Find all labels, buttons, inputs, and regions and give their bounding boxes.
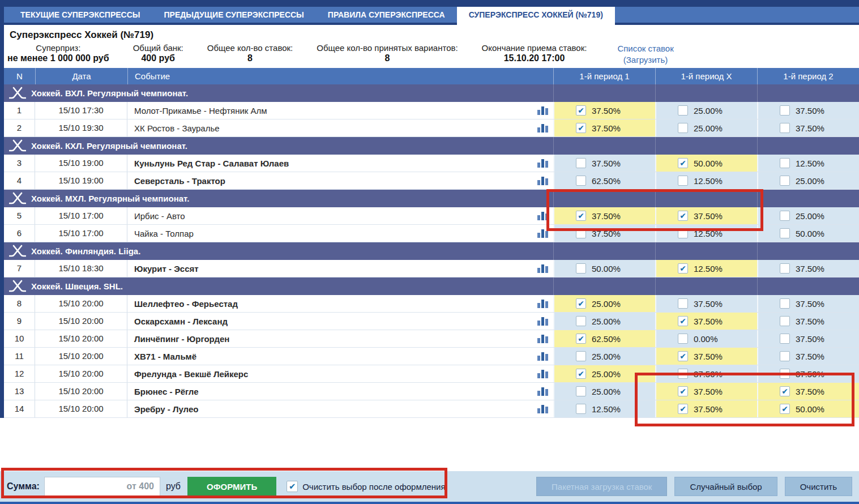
outcome-cell[interactable]: 50.00% [553, 260, 655, 277]
submit-bet-button[interactable]: ОФОРМИТЬ [187, 477, 276, 497]
outcome-cell[interactable]: ✔25.00% [553, 365, 655, 382]
outcome-cell[interactable]: 62.50% [553, 172, 655, 189]
stats-bar-chart-icon[interactable] [537, 334, 549, 343]
outcome-checkbox[interactable] [678, 334, 688, 344]
outcome-checkbox[interactable] [576, 228, 586, 238]
outcome-checkbox[interactable]: ✔ [576, 211, 586, 221]
outcome-cell[interactable]: 0.00% [655, 330, 757, 347]
outcome-cell[interactable]: 50.00% [757, 225, 859, 242]
outcome-checkbox[interactable] [678, 298, 688, 309]
outcome-checkbox[interactable]: ✔ [576, 369, 586, 379]
stats-bar-chart-icon[interactable] [537, 176, 549, 185]
outcome-cell[interactable]: ✔25.00% [553, 295, 655, 312]
outcome-cell[interactable]: ✔62.50% [553, 330, 655, 347]
stats-bar-chart-icon[interactable] [537, 369, 549, 378]
batch-load-bets-button[interactable]: Пакетная загрузка ставок [536, 477, 667, 496]
stats-bar-chart-icon[interactable] [537, 317, 549, 326]
outcome-checkbox[interactable] [780, 123, 790, 133]
outcome-checkbox[interactable] [780, 228, 790, 238]
outcome-cell[interactable]: 37.50% [757, 260, 859, 277]
stats-bar-chart-icon[interactable] [537, 352, 549, 361]
outcome-cell[interactable]: 37.50% [553, 225, 655, 242]
outcome-cell[interactable]: ✔37.50% [553, 207, 655, 224]
outcome-cell[interactable]: ✔37.50% [655, 207, 757, 224]
outcome-cell[interactable]: 12.50% [757, 155, 859, 172]
clear-after-checkbox[interactable]: ✔ [287, 481, 298, 492]
outcome-checkbox[interactable]: ✔ [678, 404, 688, 414]
outcome-cell[interactable]: ✔37.50% [655, 383, 757, 400]
outcome-cell[interactable]: ✔50.00% [757, 400, 859, 417]
outcome-checkbox[interactable] [678, 123, 688, 133]
outcome-cell[interactable]: 25.00% [757, 207, 859, 224]
outcome-cell[interactable]: 37.50% [757, 295, 859, 312]
outcome-checkbox[interactable] [678, 369, 688, 379]
outcome-checkbox[interactable]: ✔ [780, 404, 790, 414]
tab-superexpress-hockey-719[interactable]: СУПЕРЭКСПРЕСС ХОККЕЙ (№719) [457, 7, 615, 25]
outcome-checkbox[interactable] [678, 228, 688, 238]
clear-button[interactable]: Очистить [785, 477, 852, 496]
outcome-cell[interactable]: ✔37.50% [655, 348, 757, 365]
bets-list-link-text[interactable]: Список ставок [617, 43, 673, 54]
stats-bar-chart-icon[interactable] [537, 229, 549, 238]
outcome-checkbox[interactable] [780, 298, 790, 309]
outcome-cell[interactable]: 37.50% [757, 119, 859, 136]
outcome-cell[interactable]: 37.50% [655, 295, 757, 312]
bets-list-download-text[interactable]: (Загрузить) [617, 54, 673, 66]
outcome-cell[interactable]: 37.50% [553, 155, 655, 172]
outcome-checkbox[interactable]: ✔ [678, 316, 688, 326]
outcome-checkbox[interactable] [780, 263, 790, 274]
outcome-checkbox[interactable]: ✔ [576, 105, 586, 116]
outcome-checkbox[interactable] [678, 105, 688, 116]
outcome-checkbox[interactable]: ✔ [678, 211, 688, 221]
outcome-cell[interactable]: 37.50% [757, 330, 859, 347]
outcome-checkbox[interactable] [576, 316, 586, 326]
outcome-cell[interactable]: 37.50% [757, 365, 859, 382]
outcome-checkbox[interactable]: ✔ [576, 123, 586, 133]
outcome-checkbox[interactable]: ✔ [678, 386, 688, 396]
outcome-cell[interactable]: 25.00% [655, 119, 757, 136]
tab-current-superexpress[interactable]: ТЕКУЩИЕ СУПЕРЭКСПРЕССЫ [8, 7, 152, 23]
outcome-cell[interactable]: 12.50% [655, 172, 757, 189]
outcome-cell[interactable]: ✔12.50% [655, 260, 757, 277]
outcome-checkbox[interactable] [780, 369, 790, 379]
outcome-cell[interactable]: ✔37.50% [553, 102, 655, 119]
outcome-checkbox[interactable] [678, 176, 688, 186]
stats-bar-chart-icon[interactable] [537, 106, 549, 115]
outcome-checkbox[interactable]: ✔ [678, 158, 688, 168]
bets-list-link[interactable]: Список ставок (Загрузить) [617, 43, 673, 66]
outcome-checkbox[interactable]: ✔ [576, 298, 586, 309]
outcome-checkbox[interactable] [780, 351, 790, 361]
outcome-checkbox[interactable] [576, 263, 586, 274]
stats-bar-chart-icon[interactable] [537, 387, 549, 396]
outcome-cell[interactable]: 12.50% [655, 225, 757, 242]
stats-bar-chart-icon[interactable] [537, 299, 549, 308]
outcome-checkbox[interactable]: ✔ [780, 386, 790, 396]
outcome-checkbox[interactable] [780, 316, 790, 326]
outcome-checkbox[interactable] [576, 404, 586, 414]
outcome-checkbox[interactable]: ✔ [576, 334, 586, 344]
random-pick-button[interactable]: Случайный выбор [674, 477, 777, 496]
outcome-cell[interactable]: ✔37.50% [553, 119, 655, 136]
outcome-checkbox[interactable] [780, 334, 790, 344]
outcome-checkbox[interactable] [576, 176, 586, 186]
stats-bar-chart-icon[interactable] [537, 159, 549, 168]
outcome-cell[interactable]: 25.00% [655, 102, 757, 119]
stats-bar-chart-icon[interactable] [537, 404, 549, 413]
outcome-checkbox[interactable] [780, 158, 790, 168]
outcome-cell[interactable]: 37.50% [757, 313, 859, 330]
outcome-cell[interactable]: 25.00% [553, 313, 655, 330]
outcome-cell[interactable]: 12.50% [553, 400, 655, 417]
outcome-checkbox[interactable] [780, 105, 790, 116]
outcome-cell[interactable]: 37.50% [655, 365, 757, 382]
outcome-checkbox[interactable]: ✔ [678, 263, 688, 274]
tab-superexpress-rules[interactable]: ПРАВИЛА СУПЕРЭКСПРЕССА [316, 7, 457, 23]
stats-bar-chart-icon[interactable] [537, 123, 549, 133]
outcome-checkbox[interactable] [576, 158, 586, 168]
outcome-cell[interactable]: 25.00% [553, 348, 655, 365]
outcome-checkbox[interactable] [780, 176, 790, 186]
outcome-cell[interactable]: ✔37.50% [757, 383, 859, 400]
outcome-cell[interactable]: ✔37.50% [655, 400, 757, 417]
tab-previous-superexpress[interactable]: ПРЕДЫДУЩИЕ СУПЕРЭКСПРЕССЫ [152, 7, 316, 23]
outcome-cell[interactable]: 37.50% [757, 348, 859, 365]
outcome-cell[interactable]: ✔37.50% [655, 313, 757, 330]
